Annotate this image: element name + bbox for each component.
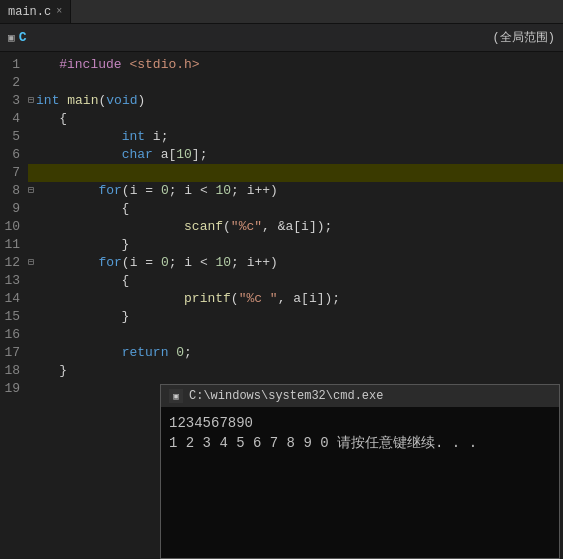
code-line-8: ⊟ for(i = 0; i < 10; i++) <box>28 182 563 200</box>
code-line-9: { <box>28 200 563 218</box>
toolbar-lang-label: C <box>19 30 27 45</box>
code-content[interactable]: #include <stdio.h> ⊟int main(void) { int… <box>28 52 563 412</box>
cmd-titlebar: ▣ C:\windows\system32\cmd.exe <box>161 385 559 407</box>
code-line-4: { <box>28 110 563 128</box>
code-line-17: return 0; <box>28 344 563 362</box>
editor-area: 1 2 3 4 5 6 7 8 9 10 11 12 13 14 15 16 1… <box>0 52 563 412</box>
tab-filename: main.c <box>8 5 51 19</box>
line-numbers: 1 2 3 4 5 6 7 8 9 10 11 12 13 14 15 16 1… <box>0 52 28 412</box>
code-line-10: scanf("%c", &a[i]); <box>28 218 563 236</box>
tab-bar: main.c × <box>0 0 563 24</box>
toolbar: ▣ C (全局范围) <box>0 24 563 52</box>
code-line-13: { <box>28 272 563 290</box>
code-line-1: #include <stdio.h> <box>28 56 563 74</box>
toolbar-left: ▣ C <box>8 30 26 45</box>
code-line-11: } <box>28 236 563 254</box>
toolbar-scope-label: (全局范围) <box>493 29 555 46</box>
fold-icon-12[interactable]: ⊟ <box>28 254 34 272</box>
cmd-output-line2: 1 2 3 4 5 6 7 8 9 0 请按任意键继续. . . <box>169 433 551 453</box>
fold-icon-8[interactable]: ⊟ <box>28 182 34 200</box>
tab-close-button[interactable]: × <box>56 6 62 17</box>
cmd-content: 1234567890 1 2 3 4 5 6 7 8 9 0 请按任意键继续. … <box>161 407 559 459</box>
toolbar-lang-icon: ▣ <box>8 31 15 44</box>
cmd-output-line1: 1234567890 <box>169 413 551 433</box>
fold-icon-3[interactable]: ⊟ <box>28 92 34 110</box>
main-c-tab[interactable]: main.c × <box>0 0 71 23</box>
code-line-14: printf("%c ", a[i]); <box>28 290 563 308</box>
code-line-12: ⊟ for(i = 0; i < 10; i++) <box>28 254 563 272</box>
code-line-15: } <box>28 308 563 326</box>
code-line-2 <box>28 74 563 92</box>
code-line-18: } <box>28 362 563 380</box>
cmd-icon: ▣ <box>169 389 183 403</box>
code-line-6: char a[10]; <box>28 146 563 164</box>
code-line-16 <box>28 326 563 344</box>
code-line-5: int i; <box>28 128 563 146</box>
code-line-3: ⊟int main(void) <box>28 92 563 110</box>
cmd-window[interactable]: ▣ C:\windows\system32\cmd.exe 1234567890… <box>160 384 560 559</box>
code-line-7 <box>28 164 563 182</box>
cmd-title: C:\windows\system32\cmd.exe <box>189 389 383 403</box>
